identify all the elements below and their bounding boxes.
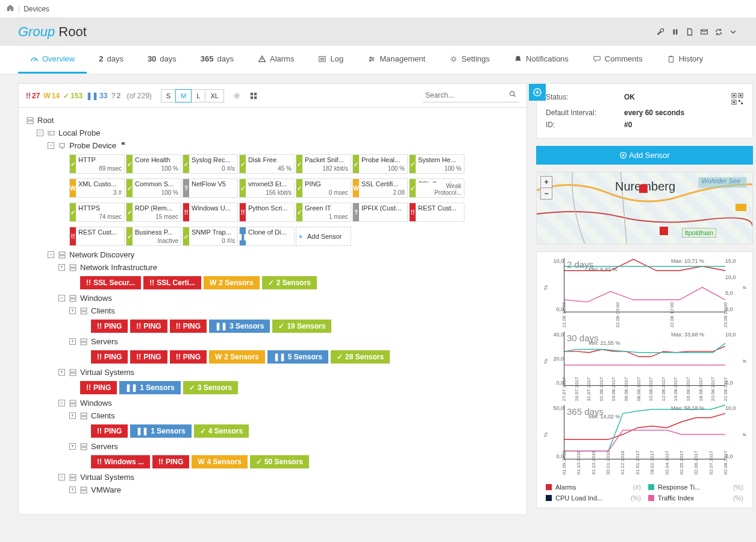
chart-30days[interactable]: 30 days % # 40,020,00,0 10,00,0 Max: 33,… [546,332,743,398]
status-count-yellow[interactable]: W 14 [43,92,60,100]
expand-icon[interactable]: + [58,369,65,376]
tree-root[interactable]: Root [26,114,519,127]
status-pill-green[interactable]: ✓4 Sensors [194,424,249,438]
collapse-icon[interactable]: − [48,251,54,258]
tree-windows-1[interactable]: − Windows [26,292,519,304]
expand-icon[interactable]: + [58,264,65,271]
map-marker-red[interactable] [639,184,648,193]
expand-icon[interactable]: + [69,412,76,419]
collapse-icon[interactable]: − [58,400,65,406]
status-count-red[interactable]: !! 27 [26,92,40,100]
search-icon[interactable] [508,90,517,100]
expand-icon[interactable]: + [69,338,76,345]
tab-overview[interactable]: Overview [18,46,87,74]
chart-365days[interactable]: 365 days % # 50,00,0 10,00,0 Max: 58,18 … [546,405,743,471]
status-pill-red[interactable]: !!PING [80,381,117,394]
tree-clients-2[interactable]: + Clients [26,409,519,422]
status-pill-red[interactable]: !!PING [130,350,167,364]
sensor-tile[interactable]: ✓PING0 msec [296,178,351,198]
sensor-tile[interactable]: !!Windows U... [183,203,238,222]
sensor-tile[interactable]: !!REST Cust... [409,203,464,222]
status-pill-red[interactable]: !!PING [91,424,128,438]
qr-icon[interactable] [731,93,743,105]
tree-vmware[interactable]: + VMWare [26,484,519,496]
status-pill-blue[interactable]: ❚❚5 Sensors [267,350,328,364]
tab-2days[interactable]: 2 days [87,46,136,74]
status-pill-red[interactable]: !!PING [170,320,207,333]
pause-icon[interactable] [670,27,680,37]
sensor-tile[interactable]: ✓Business P...Inactive [126,227,181,246]
wrench-icon[interactable] [656,27,666,37]
sensor-tile[interactable]: ✓Syslog Rec...0 #/s [183,154,238,174]
sensor-tile[interactable]: ✓SNMP Trap...0 #/s [183,227,238,246]
status-count-grey[interactable]: ? 2 [111,92,120,100]
sensor-tile[interactable]: ✓Disk Free45 % [239,154,295,174]
collapse-icon[interactable]: − [37,130,43,136]
sensor-tile[interactable]: ?NetFlow V5 [183,178,238,198]
home-icon[interactable] [6,4,14,14]
size-s[interactable]: S [161,89,176,102]
status-pill-red[interactable]: !!PING [91,320,128,333]
sensor-tile[interactable]: WSSL Certifi...2.08 [352,178,408,198]
tab-30days[interactable]: 30 days [136,46,189,74]
expand-icon[interactable]: + [69,307,76,314]
sensor-tile[interactable]: ❚❚Clone of Di... [239,227,295,246]
status-count-green[interactable]: ✓ 153 [63,92,83,100]
tab-alarms[interactable]: Alarms [246,46,306,74]
sensor-tile[interactable]: ✓Packet Snif...182 kbit/s [296,154,351,174]
status-pill-yellow[interactable]: W4 Sensors [192,455,248,468]
map-marker-red[interactable] [660,227,668,235]
status-pill-red[interactable]: !!SSL Certi... [143,276,201,289]
search-input[interactable] [423,89,519,102]
size-l[interactable]: L [191,89,205,102]
tree-local-probe[interactable]: − Local Probe [26,127,519,139]
add-sensor-button[interactable]: Add Sensor [536,146,753,165]
status-pill-green[interactable]: ✓2 Sensors [262,276,317,289]
expand-icon[interactable]: + [69,443,76,450]
sensor-tile[interactable]: ✓Green IT1 msec [296,203,351,222]
tree-servers-2[interactable]: + Servers [26,440,519,453]
document-icon[interactable] [685,27,695,37]
sensor-tile[interactable]: ✓System He...100 % [409,154,464,174]
sensor-tile[interactable]: ✓HTTPS74 msec [69,203,125,222]
status-pill-yellow[interactable]: W2 Sensors [204,276,260,289]
status-pill-blue[interactable]: ❚❚1 Sensors [119,381,180,394]
sensor-tile[interactable]: ✓vmxnet3 Et...156 kbit/s [239,178,295,198]
size-m[interactable]: M [175,89,192,102]
chevron-down-icon[interactable] [728,27,738,37]
status-pill-blue[interactable]: ❚❚3 Sensors [209,320,270,333]
settings-gear-icon[interactable] [233,92,241,100]
sensor-tile[interactable]: !!REST Cust... [69,227,125,246]
sensor-tile[interactable]: WXML Custo...3 # [69,178,125,198]
sensor-tile[interactable]: ✓Common S...100 % [126,178,181,198]
status-count-blue[interactable]: ❚❚ 33 [86,92,107,100]
map-zoom-out[interactable]: − [540,187,552,200]
sensor-tile[interactable]: ✓RDP (Rem...15 msec [126,203,181,222]
status-pill-yellow[interactable]: W2 Sensors [209,350,265,364]
status-pill-green[interactable]: ✓3 Sensors [183,381,238,394]
status-pill-green[interactable]: ✓19 Sensors [272,320,331,333]
grid-view-icon[interactable] [249,92,258,100]
status-pill-red[interactable]: !!PING [170,350,207,364]
collapse-icon[interactable]: − [58,295,65,301]
tab-notifications[interactable]: Notifications [502,46,581,74]
status-pill-red[interactable]: !!PING [130,320,167,333]
sensor-tile[interactable]: ✓HTTP89 msec [69,154,125,174]
map-zoom-in[interactable]: + [540,176,552,188]
status-pill-red[interactable]: !!PING [152,455,189,468]
status-pill-red[interactable]: !!Windows ... [91,455,150,468]
tree-virtual-systems-2[interactable]: − Virtual Systems [26,471,519,484]
mail-icon[interactable] [699,27,709,37]
tab-management[interactable]: Management [355,46,437,74]
tab-comments[interactable]: Comments [581,46,655,74]
sensor-tile[interactable]: !!Python Scri... [239,203,295,222]
add-side-button[interactable] [529,84,546,101]
status-pill-red[interactable]: !!SSL Secur... [80,276,141,289]
tab-365days[interactable]: 365 days [189,46,246,74]
tree-virtual-systems-1[interactable]: + Virtual Systems [26,366,519,379]
map-marker-yellow[interactable] [736,204,746,211]
tree-windows-2[interactable]: − Windows [26,397,519,409]
collapse-icon[interactable]: − [58,474,65,481]
add-sensor-tile[interactable]: +Add Sensor [296,227,351,246]
tab-settings[interactable]: Settings [437,46,502,74]
